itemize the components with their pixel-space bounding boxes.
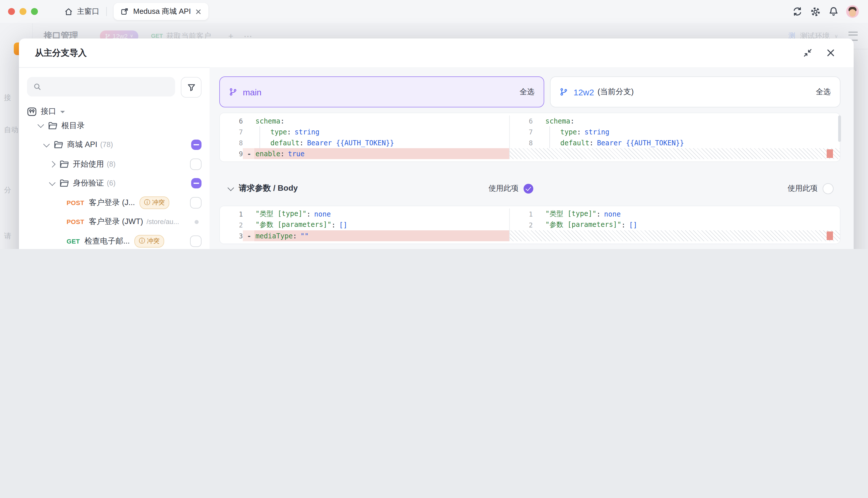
tree-folder-auth[interactable]: 身份验证 (6): [19, 174, 209, 193]
search-input[interactable]: [27, 77, 175, 96]
sidebar-fragment: 自动: [4, 125, 18, 135]
modal-header: 从主分支导入: [19, 39, 854, 68]
window-titlebar: 主窗口 Medusa 商城 API: [0, 0, 868, 23]
tab-project-label: Medusa 商城 API: [133, 6, 191, 17]
refresh-icon[interactable]: [792, 6, 802, 17]
scrollbar-thumb[interactable]: [838, 116, 841, 142]
modal-title: 从主分支导入: [35, 48, 87, 58]
sidebar-fragment: 接: [4, 93, 11, 103]
tab-home-label: 主窗口: [77, 6, 99, 17]
radio-unchecked[interactable]: [823, 183, 833, 194]
gear-icon[interactable]: [810, 6, 821, 17]
folder-icon: [48, 122, 57, 130]
share-icon: [121, 8, 128, 15]
conflict-badge: ⓘ冲突: [134, 235, 164, 248]
select-all-current[interactable]: 全选: [816, 87, 831, 97]
branch-suffix: (当前分支): [598, 87, 634, 97]
branch-name: 12w2: [573, 87, 594, 97]
tree-api-login-jwt[interactable]: POST 客户登录 (JWT) /store/au...: [19, 212, 209, 232]
api-icon: [27, 107, 37, 116]
chevron-down-icon[interactable]: [43, 141, 50, 147]
chevron-right-icon[interactable]: [49, 161, 56, 168]
chevron-down-icon: [60, 111, 65, 113]
checkbox-indeterminate[interactable]: [191, 178, 202, 189]
search-icon: [33, 83, 41, 91]
close-tab-icon[interactable]: [195, 8, 202, 15]
conflict-badge: ⓘ冲突: [139, 196, 169, 209]
select-all-main[interactable]: 全选: [519, 87, 534, 97]
diff-panel: main 全选 12w2 (当前分支) 全选 6schema: 7type:st…: [209, 67, 854, 249]
deleted-placeholder: [510, 230, 840, 241]
branch-icon: [105, 33, 110, 39]
traffic-lights: [8, 8, 38, 15]
tree-folder-store-api[interactable]: 商城 API (78): [19, 135, 209, 155]
avatar[interactable]: [846, 5, 859, 18]
import-from-main-modal: 从主分支导入 接口: [19, 39, 854, 249]
folder-icon: [60, 180, 69, 187]
no-change-dot: [194, 220, 199, 224]
branch-card-current[interactable]: 12w2 (当前分支) 全选: [550, 76, 840, 107]
chevron-down-icon[interactable]: [49, 179, 56, 186]
deleted-placeholder: [510, 148, 840, 159]
diff-card-schema: 6schema: 7type:string 8default:Bearer {{…: [219, 113, 840, 162]
funnel-icon: [187, 83, 195, 92]
close-window-button[interactable]: [8, 8, 15, 15]
chevron-down-icon[interactable]: [38, 121, 44, 128]
sidebar-fragment: 分: [4, 185, 11, 195]
home-icon: [64, 7, 73, 16]
branch-name: main: [243, 87, 261, 97]
tab-separator: [106, 7, 107, 16]
branch-icon: [560, 87, 568, 96]
bell-icon[interactable]: [828, 6, 839, 17]
sidebar-fragment: 请: [4, 232, 11, 241]
close-icon[interactable]: [826, 48, 835, 57]
folder-icon: [60, 160, 69, 168]
branch-icon: [229, 87, 237, 96]
modal-sidebar: 接口 根目录 商城 API (78): [19, 67, 210, 249]
folder-icon: [54, 141, 63, 149]
use-this-right[interactable]: 使用此项: [788, 183, 833, 194]
tree-folder-getting-started[interactable]: 开始使用 (8): [19, 155, 209, 174]
app-window: 主窗口 Medusa 商城 API 接口管理 12w2 ∨ GET 获取当前客: [0, 0, 868, 249]
api-tree: 根目录 商城 API (78) 开始使用 (8): [19, 116, 209, 249]
collapse-icon[interactable]: [803, 48, 812, 57]
checkbox-empty[interactable]: [190, 197, 202, 209]
use-this-left[interactable]: 使用此项: [489, 183, 533, 194]
tree-api-check-email[interactable]: GET 检查电子邮... ⓘ冲突: [19, 232, 209, 249]
tab-project[interactable]: Medusa 商城 API: [114, 3, 209, 20]
checkbox-indeterminate[interactable]: [191, 140, 202, 150]
zoom-window-button[interactable]: [31, 8, 38, 15]
tab-home[interactable]: 主窗口: [64, 6, 99, 17]
filter-button[interactable]: [181, 77, 202, 97]
branch-card-main[interactable]: main 全选: [219, 76, 544, 107]
checkbox-empty[interactable]: [190, 236, 202, 247]
tree-folder-root[interactable]: 根目录: [19, 116, 209, 135]
tree-api-login-j[interactable]: POST 客户登录 (J... ⓘ冲突: [19, 193, 209, 212]
diff-card-body: 1"类型 [type]":none 2"参数 [parameters]":[] …: [219, 206, 840, 244]
minimize-window-button[interactable]: [19, 8, 26, 15]
checkbox-empty[interactable]: [190, 159, 202, 170]
resource-type-label: 接口: [41, 106, 56, 117]
chevron-down-icon[interactable]: [228, 184, 234, 191]
section-body: 请求参数 / Body 使用此项 使用此项: [219, 176, 839, 201]
radio-checked[interactable]: [524, 184, 533, 193]
